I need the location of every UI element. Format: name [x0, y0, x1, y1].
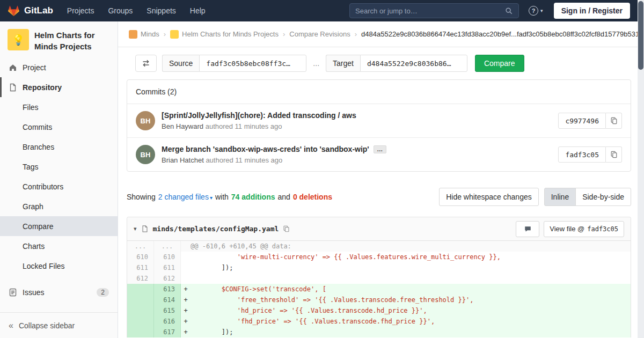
- diff-line-row: 612 612: [127, 273, 631, 284]
- sidebar-item-issues[interactable]: Issues 2: [0, 282, 118, 302]
- collapse-file-chevron-icon[interactable]: ▾: [134, 225, 137, 232]
- search-icon[interactable]: [505, 7, 513, 15]
- hide-whitespace-button[interactable]: Hide whitespace changes: [439, 188, 539, 206]
- breadcrumb-compare-revisions[interactable]: Compare Revisions: [289, 30, 350, 38]
- side-by-side-view-button[interactable]: Side-by-side: [575, 188, 631, 206]
- sidebar-section-gap: [0, 276, 118, 282]
- new-line-number[interactable]: 617: [154, 327, 181, 337]
- new-line-number[interactable]: 611: [154, 262, 181, 273]
- old-line-number[interactable]: [127, 316, 154, 327]
- swap-revisions-button[interactable]: [135, 55, 157, 72]
- commit-authored-text: authored 11 minutes ago: [206, 156, 282, 164]
- navbar-links: Projects Groups Snippets Help: [67, 6, 206, 15]
- search-input[interactable]: [355, 7, 505, 15]
- nav-link-projects[interactable]: Projects: [67, 6, 94, 15]
- compare-form: Source fadf3c05b8ebc08ff3c… ... Target d…: [135, 55, 631, 72]
- diff-file-path[interactable]: minds/templates/configMap.yaml: [153, 225, 279, 233]
- copy-icon: [610, 117, 618, 124]
- range-dots: ...: [312, 59, 320, 68]
- commit-title-link[interactable]: Merge branch 'sandbox-wip-aws-creds' int…: [162, 145, 369, 153]
- sidebar-item-compare[interactable]: Compare: [0, 216, 118, 236]
- line-sign: [181, 262, 191, 273]
- compare-button[interactable]: Compare: [475, 55, 524, 72]
- project-title: Helm Charts for Minds Projects: [34, 29, 110, 52]
- sidebar-item-branches[interactable]: Branches: [0, 137, 118, 157]
- sidebar-item-label: Issues: [23, 288, 44, 297]
- minds-group-avatar: [129, 30, 137, 39]
- sidebar-item-charts[interactable]: Charts: [0, 236, 118, 256]
- hunk-header-text: @@ -610,6 +610,45 @@ data:: [191, 241, 631, 252]
- sidebar-item-project[interactable]: Project: [0, 57, 118, 77]
- showing-text: Showing: [127, 193, 156, 201]
- inline-view-button[interactable]: Inline: [544, 188, 576, 206]
- commit-title-link[interactable]: [Sprint/JollyJellyfish](chore): Added tr…: [162, 111, 356, 120]
- diff-line-row-added: 616 + 'fhd_price' => '{{ .Values.transco…: [127, 316, 631, 327]
- swap-arrows-icon: [142, 59, 150, 68]
- breadcrumb-label: Helm Charts for Minds Projects: [182, 30, 279, 38]
- old-line-number[interactable]: 612: [127, 273, 154, 284]
- toggle-comments-button[interactable]: [516, 221, 539, 237]
- breadcrumb-project[interactable]: Helm Charts for Minds Projects: [170, 30, 279, 39]
- new-line-number[interactable]: 614: [154, 295, 181, 305]
- sidebar-item-locked-files[interactable]: Locked Files: [0, 256, 118, 276]
- source-ref-dropdown[interactable]: fadf3c05b8ebc08ff3c…: [199, 55, 306, 72]
- diff-hunk-row: ... ... @@ -610,6 +610,45 @@ data:: [127, 241, 631, 252]
- breadcrumb-minds[interactable]: Minds: [129, 30, 159, 39]
- commit-body: [Sprint/JollyJellyfish](chore): Added tr…: [162, 111, 356, 130]
- issues-icon: [9, 288, 17, 297]
- commit-author-link[interactable]: Brian Hatchet: [162, 156, 204, 164]
- sidebar-item-graph[interactable]: Graph: [0, 196, 118, 216]
- line-sign: +: [181, 284, 191, 295]
- line-sign: [181, 273, 191, 284]
- view-file-button[interactable]: View file @ fadf3c05: [544, 221, 624, 237]
- sidebar-item-repository[interactable]: Repository: [0, 77, 118, 97]
- line-sign: +: [181, 305, 191, 316]
- new-line-number[interactable]: 610: [154, 252, 181, 262]
- old-line-number[interactable]: 611: [127, 262, 154, 273]
- sidebar-item-commits[interactable]: Commits: [0, 117, 118, 137]
- help-dropdown[interactable]: ? ▾: [529, 6, 543, 16]
- collapse-sidebar-button[interactable]: « Collapse sidebar: [0, 312, 118, 338]
- old-line-number[interactable]: [127, 305, 154, 316]
- copy-sha-button[interactable]: [606, 113, 622, 129]
- commit-sha[interactable]: c9977496: [558, 113, 606, 129]
- project-avatar: 💡: [8, 29, 29, 50]
- commit-sha[interactable]: fadf3c05: [558, 146, 606, 163]
- changed-files-dropdown[interactable]: 2 changed files▾: [158, 193, 213, 201]
- sidebar-item-tags[interactable]: Tags: [0, 157, 118, 177]
- copy-sha-button[interactable]: [606, 146, 622, 163]
- commit-row: BH Merge branch 'sandbox-wip-aws-creds' …: [127, 137, 631, 171]
- new-line-number[interactable]: 616: [154, 316, 181, 327]
- page-scrollbar[interactable]: [638, 0, 644, 338]
- scrollbar-thumb[interactable]: [638, 1, 643, 70]
- diff-summary-bar: Showing 2 changed files▾ with 74 additio…: [127, 188, 631, 206]
- old-line-number[interactable]: [127, 295, 154, 305]
- commit-authored-text: authored 11 minutes ago: [206, 122, 282, 130]
- new-line-number[interactable]: 613: [154, 284, 181, 295]
- nav-link-help[interactable]: Help: [190, 6, 206, 15]
- top-navbar: GitLab Projects Groups Snippets Help ? ▾…: [0, 0, 638, 21]
- old-line-number[interactable]: [127, 327, 154, 337]
- user-avatar[interactable]: BH: [136, 145, 155, 164]
- sidebar-item-contributors[interactable]: Contributors: [0, 177, 118, 196]
- old-line-number[interactable]: [127, 284, 154, 295]
- nav-link-snippets[interactable]: Snippets: [147, 6, 175, 15]
- new-line-number[interactable]: 612: [154, 273, 181, 284]
- commit-author-link[interactable]: Ben Hayward: [162, 122, 203, 130]
- new-line-number[interactable]: 615: [154, 305, 181, 316]
- sidebar-item-files[interactable]: Files: [0, 97, 118, 117]
- commit-meta: Ben Hayward authored 11 minutes ago: [162, 122, 356, 130]
- code-line: 'fhd_price' => '{{ .Values.transcode.fhd…: [191, 316, 631, 327]
- copy-file-path-button[interactable]: [283, 225, 290, 232]
- repository-icon: [9, 83, 17, 92]
- line-sign: +: [181, 295, 191, 305]
- gitlab-logo[interactable]: GitLab: [8, 5, 53, 17]
- user-avatar[interactable]: BH: [136, 111, 155, 130]
- commit-sha-group: fadf3c05: [558, 146, 622, 163]
- sign-in-button[interactable]: Sign in / Register: [554, 3, 630, 19]
- expand-commit-description-button[interactable]: …: [374, 145, 386, 153]
- project-header[interactable]: 💡 Helm Charts for Minds Projects: [0, 21, 118, 57]
- old-line-number[interactable]: 610: [127, 252, 154, 262]
- nav-link-groups[interactable]: Groups: [108, 6, 133, 15]
- target-ref-dropdown[interactable]: d484a5522e9c8036b86…: [360, 55, 467, 72]
